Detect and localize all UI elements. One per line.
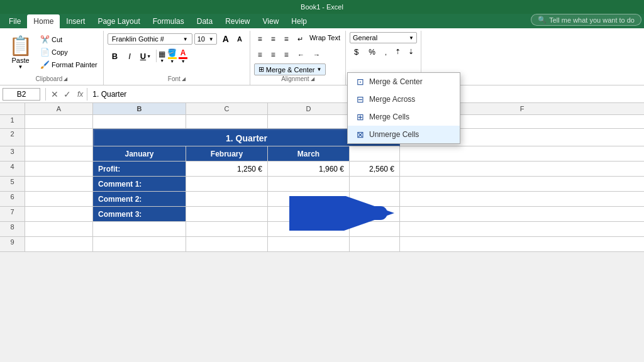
cell-a3[interactable] <box>25 146 93 162</box>
cell-d5[interactable] <box>268 177 350 192</box>
font-size-selector[interactable]: 10 ▼ <box>194 33 217 45</box>
cell-d4[interactable]: 1,960 € <box>268 162 350 177</box>
cell-b5[interactable]: Comment 1: <box>93 177 186 192</box>
tab-file[interactable]: File <box>3 14 27 28</box>
alignment-expand-icon[interactable]: ◢ <box>311 76 314 82</box>
merge-center-button[interactable]: ⊞ Merge & Center ▼ <box>254 63 326 75</box>
wrap-text-btn[interactable]: ↵ <box>294 32 307 46</box>
tab-data[interactable]: Data <box>191 14 219 28</box>
align-right-btn[interactable]: ≡ <box>280 48 292 62</box>
align-top-left-btn[interactable]: ≡ <box>254 32 266 46</box>
font-name-selector[interactable]: Franklin Gothic # ▼ <box>108 33 192 45</box>
clipboard-expand-icon[interactable]: ◢ <box>64 76 67 82</box>
italic-button[interactable]: I <box>124 50 135 63</box>
tab-formulas[interactable]: Formulas <box>147 14 191 28</box>
cell-e3[interactable] <box>350 146 400 162</box>
col-header-d[interactable]: D <box>268 103 350 114</box>
number-format-selector[interactable]: General ▼ <box>350 32 417 43</box>
tell-me-box[interactable]: 🔍 Tell me what you want to do <box>531 14 641 26</box>
font-expand-icon[interactable]: ◢ <box>182 76 186 82</box>
cell-c8[interactable] <box>186 222 268 237</box>
col-header-c[interactable]: C <box>186 103 268 114</box>
align-center-btn[interactable]: ≡ <box>267 48 279 62</box>
column-headers: A B C D E F <box>0 103 644 115</box>
cell-a4[interactable] <box>25 162 93 177</box>
cell-b4[interactable]: Profit: <box>93 162 186 177</box>
cell-f6[interactable] <box>400 192 644 207</box>
merge-center-option[interactable]: ⊡ Merge & Center <box>348 73 460 90</box>
cell-c1[interactable] <box>186 115 268 129</box>
cell-d3[interactable]: March <box>268 146 350 162</box>
cut-button[interactable]: ✂️ Cut <box>38 35 99 45</box>
indent-left-btn[interactable]: ← <box>294 48 308 61</box>
border-button[interactable]: ▦ ▼ <box>158 50 165 63</box>
cell-c4[interactable]: 1,250 € <box>186 162 268 177</box>
decrease-decimal-btn[interactable]: ⇣ <box>405 45 417 58</box>
tab-help[interactable]: Help <box>285 14 313 28</box>
col-header-a[interactable]: A <box>25 103 93 114</box>
cell-a9[interactable] <box>25 237 93 252</box>
cell-e4[interactable]: 2,560 € <box>350 162 400 177</box>
paste-button[interactable]: 📋 Paste ▼ <box>4 32 37 72</box>
tab-home[interactable]: Home <box>27 14 60 28</box>
cell-f9[interactable] <box>400 237 644 252</box>
copy-button[interactable]: 📄 Copy <box>38 47 99 57</box>
wrap-text-label[interactable]: Wrap Text <box>308 32 341 46</box>
cell-f3[interactable] <box>400 146 644 162</box>
cell-c3[interactable]: February <box>186 146 268 162</box>
fill-color-button[interactable]: 🪣 ▼ <box>167 48 177 63</box>
increase-decimal-btn[interactable]: ⇡ <box>392 45 404 58</box>
cell-a6[interactable] <box>25 192 93 207</box>
indent-right-btn[interactable]: → <box>309 48 324 61</box>
col-header-b[interactable]: B <box>93 103 186 114</box>
comma-btn[interactable]: , <box>381 45 391 58</box>
cell-b8[interactable] <box>93 222 186 237</box>
cell-d9[interactable] <box>268 237 350 252</box>
cell-f7[interactable] <box>400 207 644 222</box>
font-color-button[interactable]: A ▼ <box>179 48 187 63</box>
align-top-right-btn[interactable]: ≡ <box>280 32 292 46</box>
cell-b7[interactable]: Comment 3: <box>93 207 186 222</box>
tab-insert[interactable]: Insert <box>60 14 91 28</box>
cell-f4[interactable] <box>400 162 644 177</box>
cell-c6[interactable] <box>186 192 268 207</box>
merge-center-label: Merge & Center <box>266 66 315 74</box>
bold-button[interactable]: B <box>108 50 122 63</box>
cell-a5[interactable] <box>25 177 93 192</box>
unmerge-cells-option[interactable]: ⊠ Unmerge Cells <box>348 126 460 143</box>
cell-d1[interactable] <box>268 115 350 129</box>
underline-button[interactable]: U ▼ <box>137 50 154 62</box>
confirm-formula-btn[interactable]: ✓ <box>61 89 74 99</box>
cell-c5[interactable] <box>186 177 268 192</box>
percent-btn[interactable]: % <box>364 45 380 58</box>
cell-b6[interactable]: Comment 2: <box>93 192 186 207</box>
decrease-font-btn[interactable]: A <box>233 32 246 46</box>
cell-f5[interactable] <box>400 177 644 192</box>
cell-f8[interactable] <box>400 222 644 237</box>
cell-name-box[interactable]: B2 <box>3 88 40 101</box>
tab-review[interactable]: Review <box>219 14 256 28</box>
cell-b1[interactable] <box>93 115 186 129</box>
tab-view[interactable]: View <box>257 14 286 28</box>
font-size-arrow: ▼ <box>209 36 214 42</box>
cell-c9[interactable] <box>186 237 268 252</box>
tab-page-layout[interactable]: Page Layout <box>91 14 146 28</box>
format-painter-label: Format Painter <box>52 61 97 69</box>
cell-a1[interactable] <box>25 115 93 129</box>
align-top-center-btn[interactable]: ≡ <box>267 32 279 46</box>
merge-cells-option[interactable]: ⊞ Merge Cells <box>348 108 460 126</box>
cell-e9[interactable] <box>350 237 400 252</box>
currency-btn[interactable]: $ <box>350 45 363 58</box>
cell-b9[interactable] <box>93 237 186 252</box>
merge-across-option[interactable]: ⊟ Merge Across <box>348 90 460 108</box>
cell-a2[interactable] <box>25 129 93 146</box>
align-left-btn[interactable]: ≡ <box>254 48 266 62</box>
cell-b3[interactable]: January <box>93 146 186 162</box>
cell-e5[interactable] <box>350 177 400 192</box>
increase-font-btn[interactable]: A <box>219 32 233 46</box>
cancel-formula-btn[interactable]: ✕ <box>48 89 61 99</box>
cell-a8[interactable] <box>25 222 93 237</box>
format-painter-button[interactable]: 🖌️ Format Painter <box>38 60 99 70</box>
cell-a7[interactable] <box>25 207 93 222</box>
cell-c7[interactable] <box>186 207 268 222</box>
